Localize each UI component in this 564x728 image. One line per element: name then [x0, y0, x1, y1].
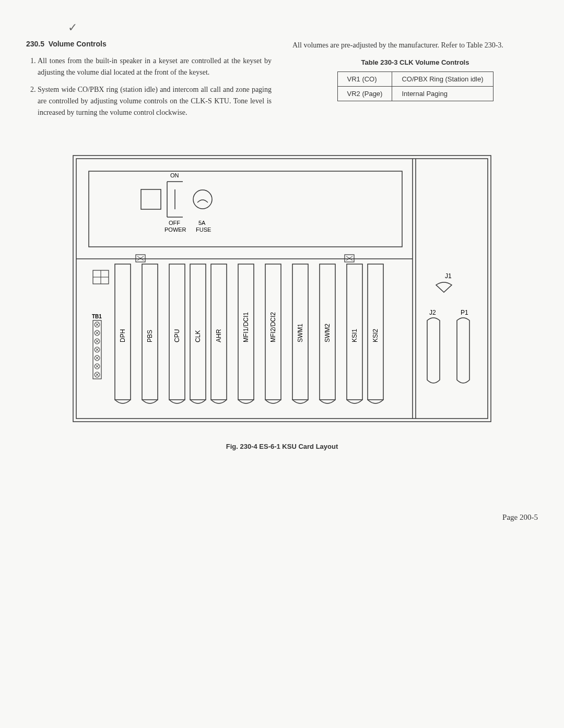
power-label: POWER [164, 226, 186, 233]
on-label: ON [170, 172, 179, 178]
svg-rect-0 [73, 156, 491, 422]
table-cell: CO/PBX Ring (Station idle) [392, 71, 493, 86]
j2-label: J2 [429, 309, 436, 316]
figure-caption: Fig. 230-4 ES-6-1 KSU Card Layout [26, 443, 538, 450]
slot-label: AHR [215, 329, 222, 343]
screw-icon [136, 255, 145, 262]
slot-label: CPU [173, 329, 181, 342]
slot-label: DPH [119, 329, 126, 342]
slot-label: KSI2 [372, 329, 379, 342]
fuse-amp-label: 5A [198, 220, 206, 226]
clk-volume-table: VR1 (CO) CO/PBX Ring (Station idle) VR2 … [337, 71, 494, 101]
svg-rect-1 [76, 159, 488, 419]
table-cell: Internal Paging [392, 86, 493, 101]
ksu-diagram: ON OFF POWER 5A FUSE TB1 [26, 150, 538, 427]
right-column: All volumes are pre-adjusted by the manu… [292, 40, 538, 124]
section-number: 230.5 [26, 40, 44, 48]
slot-label: MFI1/DCI1 [242, 312, 250, 342]
tb1-label: TB1 [92, 314, 102, 319]
list-item: System wide CO/PBX ring (station idle) a… [38, 84, 272, 118]
slot-label: MFI2/DCI2 [269, 312, 277, 342]
left-column: 230.5 Volume Controls All tones from the… [26, 40, 272, 124]
tb1-block [93, 320, 101, 379]
svg-rect-4 [89, 171, 402, 247]
section-heading: 230.5 Volume Controls [26, 40, 272, 48]
j1-label: J1 [445, 272, 452, 280]
grid-icon [93, 270, 109, 284]
table-title: Table 230-3 CLK Volume Controls [292, 58, 538, 66]
slot-label: CLK [194, 330, 202, 342]
section-title: Volume Controls [49, 40, 107, 48]
slot-label: SWM2 [324, 324, 331, 342]
table-cell: VR1 (CO) [337, 71, 392, 86]
fuse-label: FUSE [196, 226, 211, 233]
list-item: All tones from the built-in speaker in a… [38, 55, 272, 78]
table-cell: VR2 (Page) [337, 86, 392, 101]
table-row: VR1 (CO) CO/PBX Ring (Station idle) [337, 71, 493, 86]
slot-label: KSI1 [351, 329, 358, 342]
numbered-list: All tones from the built-in speaker in a… [26, 55, 272, 118]
page-number: Page 200-5 [26, 513, 538, 522]
screw-icon [345, 255, 354, 262]
slot-label: SWM1 [297, 324, 304, 342]
slot-label: PBS [146, 330, 154, 342]
svg-rect-5 [141, 189, 161, 209]
svg-point-10 [193, 190, 212, 209]
off-label: OFF [169, 220, 180, 226]
right-paragraph: All volumes are pre-adjusted by the manu… [292, 40, 538, 51]
p1-label: P1 [461, 309, 468, 316]
handwritten-check: ✓ [68, 21, 538, 34]
table-row: VR2 (Page) Internal Paging [337, 86, 493, 101]
